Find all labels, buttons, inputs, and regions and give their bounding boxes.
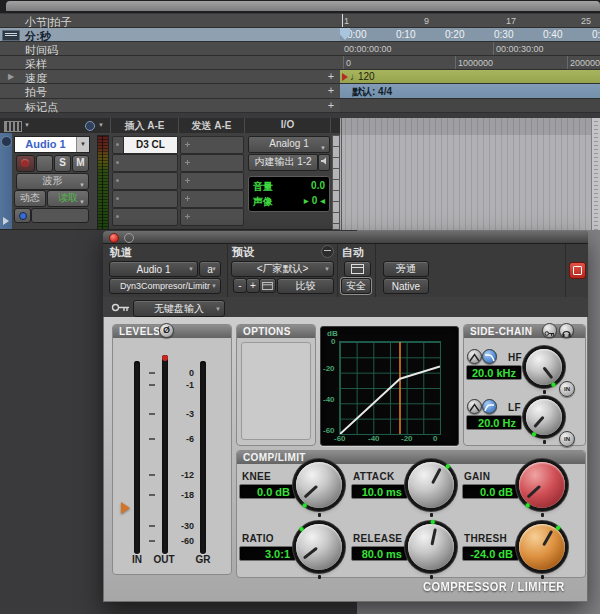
phase-invert-button[interactable]: Ø — [159, 323, 174, 338]
timecode-timeline[interactable]: 00:00:00:00 00:00:30:00 — [340, 42, 600, 56]
compare-button[interactable]: 比较 — [277, 278, 334, 294]
hf-lowpass-filter-button[interactable] — [482, 349, 497, 364]
volume-pan-display[interactable]: 音量0.0 声像 ▸ 0 ◂ — [248, 176, 330, 212]
lf-bandpass-filter-button[interactable] — [467, 399, 482, 414]
output-clip-indicator[interactable] — [162, 355, 168, 361]
solo-button[interactable]: S — [54, 155, 71, 172]
output-speaker-button[interactable] — [318, 154, 330, 171]
send-slot-b[interactable] — [180, 154, 244, 172]
release-display[interactable]: 80.0 ms — [351, 546, 408, 561]
ruler-selector-icon[interactable] — [2, 30, 20, 41]
attack-knob[interactable] — [408, 462, 454, 508]
ratio-knob[interactable] — [296, 524, 342, 570]
threshold-arrow-indicator[interactable] — [121, 502, 130, 514]
ruler-meter[interactable]: 拍号 + — [0, 84, 340, 99]
hf-frequency-knob[interactable] — [526, 349, 562, 385]
elastic-plot-button[interactable] — [31, 208, 89, 223]
knee-knob[interactable] — [296, 462, 342, 508]
bars-timeline[interactable]: 1 9 17 25 — [340, 14, 600, 28]
keyboard-focus-selector[interactable]: 无键盘输入▼ — [133, 300, 225, 317]
io-column-header[interactable]: I/O — [245, 119, 330, 130]
insert-slot-a[interactable]: D3 CL — [112, 136, 178, 154]
track-name-field[interactable]: Audio 1 ▼ — [14, 136, 90, 153]
insert-slot-d[interactable] — [112, 190, 178, 208]
automation-window-button[interactable] — [344, 261, 371, 277]
ruler-tempo[interactable]: ▶ 速度 + — [0, 70, 340, 84]
track-collapse-icon[interactable] — [1, 136, 12, 147]
add-meter-button[interactable]: + — [326, 84, 336, 96]
release-knob[interactable] — [408, 524, 454, 570]
sidechain-listen-button[interactable] — [559, 323, 574, 338]
preset-selector[interactable]: <厂家默认>▼ — [231, 261, 334, 277]
previous-preset-button[interactable]: - — [233, 278, 247, 293]
insert-slot-b[interactable] — [112, 154, 178, 172]
target-button[interactable] — [569, 262, 586, 279]
automation-mode-selector[interactable]: 读取▼ — [47, 190, 89, 207]
tempo-expander-icon[interactable]: ▶ — [8, 72, 14, 81]
plugin-selector[interactable]: Dyn3Compresor/Limitr▼ — [109, 278, 221, 294]
send-slot-a[interactable] — [180, 136, 244, 154]
hf-bandpass-filter-button[interactable] — [467, 349, 482, 364]
ruler-minsec[interactable]: 分:秒 — [0, 28, 340, 42]
plugin-track-selector[interactable]: Audio 1▼ — [109, 261, 198, 277]
gain-knob[interactable] — [519, 462, 565, 508]
meter-timeline[interactable]: 默认: 4/4 — [340, 84, 600, 99]
output-path-selector[interactable]: 内建输出 1-2 — [248, 154, 318, 171]
samples-timeline[interactable]: 0 1000000 2000000 — [340, 56, 600, 70]
plugin-title-bar[interactable] — [103, 231, 588, 244]
sends-column-header[interactable]: 发送 A-E — [179, 119, 244, 133]
minimize-button[interactable] — [124, 233, 134, 243]
chevron-down-icon[interactable]: ▼ — [76, 137, 89, 152]
volume-value[interactable]: 0.0 — [311, 180, 325, 191]
inserts-column-header[interactable]: 插入 A-E — [111, 119, 178, 133]
copy-preset-button[interactable] — [259, 278, 276, 293]
insert-position-selector[interactable]: a▼ — [199, 261, 221, 277]
markers-timeline[interactable] — [340, 99, 600, 113]
next-preset-button[interactable]: + — [246, 278, 260, 293]
pro-tools-edit-window: 小节|拍子 分:秒 时间码 采样 ▶ 速度 + 拍号 + 标记点 + 1 9 1… — [0, 0, 600, 614]
send-slot-c[interactable] — [180, 172, 244, 190]
mute-button[interactable]: M — [72, 155, 89, 172]
ruler-timecode[interactable]: 时间码 — [0, 42, 340, 56]
tempo-timeline[interactable]: ♩ 120 — [340, 70, 600, 84]
ruler-samples[interactable]: 采样 — [0, 56, 340, 70]
timebase-clock-icon[interactable] — [85, 121, 95, 131]
input-path-selector[interactable]: Analog 1▼ — [248, 136, 330, 153]
track-list-menu-icon[interactable] — [4, 121, 22, 132]
ruler-bars[interactable]: 小节|拍子 — [0, 14, 340, 28]
insert-plugin-name[interactable]: D3 CL — [123, 137, 177, 153]
close-button[interactable] — [109, 233, 119, 243]
add-tempo-button[interactable]: + — [326, 70, 336, 82]
track-view-selector[interactable]: 波形▼ — [16, 173, 89, 190]
chevron-down-icon[interactable]: ▼ — [98, 122, 104, 128]
record-enable-button[interactable] — [16, 155, 35, 172]
edit-playlist-area[interactable] — [340, 118, 600, 230]
timeline-scrollbar[interactable] — [591, 118, 600, 230]
send-slot-d[interactable] — [180, 190, 244, 208]
hf-frequency-display[interactable]: 20.0 kHz — [466, 365, 522, 380]
elastic-audio-button[interactable]: 动态 — [14, 190, 46, 207]
lf-in-button[interactable]: IN — [559, 431, 575, 447]
hf-in-button[interactable]: IN — [559, 381, 575, 397]
minsec-timeline[interactable]: 0:00 0:10 0:20 0:30 0:40 0:5 — [340, 28, 600, 42]
ruler-markers[interactable]: 标记点 + — [0, 99, 340, 113]
automation-safe-button[interactable]: 安全 — [341, 278, 371, 294]
pan-value[interactable]: ▸ 0 ◂ — [304, 195, 325, 206]
platform-button[interactable]: Native — [383, 278, 429, 294]
chevron-down-icon[interactable]: ▼ — [24, 122, 30, 128]
insert-slot-c[interactable] — [112, 172, 178, 190]
lf-frequency-knob[interactable] — [526, 399, 562, 435]
timebase-button[interactable] — [14, 208, 31, 223]
thresh-knob[interactable] — [519, 524, 565, 570]
input-monitor-button[interactable] — [36, 155, 53, 172]
bypass-button[interactable]: 旁通 — [383, 261, 429, 277]
insert-slot-e[interactable] — [112, 208, 178, 226]
track-expand-icon[interactable] — [3, 217, 9, 225]
add-marker-button[interactable]: + — [326, 99, 336, 111]
window-grab-bar[interactable] — [6, 1, 600, 11]
tempo-marker-icon[interactable] — [342, 73, 348, 81]
send-slot-e[interactable] — [180, 208, 244, 226]
lf-highpass-filter-button[interactable] — [482, 399, 497, 414]
preset-menu-icon[interactable] — [321, 245, 334, 258]
insert-power-icon[interactable] — [116, 143, 119, 146]
